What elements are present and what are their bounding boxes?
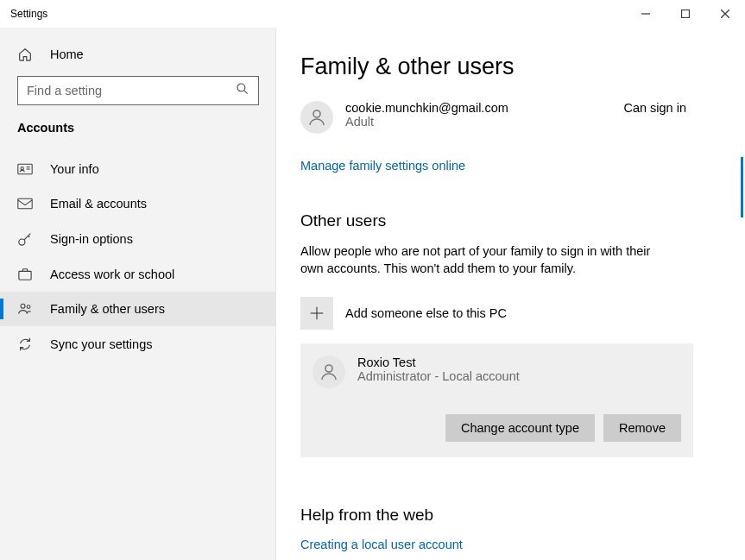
page-title: Family & other users (300, 53, 721, 80)
other-users-description: Allow people who are not part of your fa… (300, 242, 672, 278)
plus-icon (300, 297, 333, 330)
sidebar-item-label: Email & accounts (50, 197, 147, 211)
svg-rect-10 (18, 198, 32, 208)
envelope-icon (17, 198, 35, 210)
search-input[interactable] (27, 84, 236, 98)
add-user-button[interactable]: Add someone else to this PC (300, 297, 721, 330)
sync-icon (17, 337, 35, 352)
sidebar-item-label: Sign-in options (50, 232, 133, 246)
svg-point-15 (313, 110, 320, 117)
family-user-row[interactable]: cookie.munchkin@gmail.com Adult Can sign… (300, 101, 721, 134)
key-icon (17, 231, 35, 247)
home-icon (17, 47, 35, 62)
sidebar-item-sign-in-options[interactable]: Sign-in options (0, 221, 276, 257)
search-box[interactable] (17, 76, 259, 105)
scroll-indicator (741, 157, 743, 217)
other-user-name: Roxio Test (357, 356, 520, 369)
svg-point-18 (325, 365, 332, 372)
sidebar-item-family-other-users[interactable]: Family & other users (0, 292, 276, 326)
add-user-label: Add someone else to this PC (345, 306, 507, 320)
user-email: cookie.munchkin@gmail.com (345, 101, 623, 115)
home-label: Home (50, 47, 84, 61)
svg-point-4 (237, 84, 245, 91)
svg-rect-1 (682, 10, 690, 18)
svg-point-7 (21, 167, 23, 170)
titlebar: Settings (0, 0, 745, 28)
id-card-icon (17, 163, 35, 175)
svg-point-11 (19, 239, 25, 245)
sidebar-item-label: Sync your settings (50, 337, 152, 351)
other-user-row[interactable]: Roxio Test Administrator - Local account (313, 356, 681, 388)
main-content: Family & other users cookie.munchkin@gma… (276, 28, 745, 560)
help-heading: Help from the web (300, 506, 721, 525)
svg-point-14 (27, 305, 30, 309)
maximize-button[interactable] (666, 0, 705, 28)
window-title: Settings (10, 8, 626, 20)
home-nav[interactable]: Home (0, 38, 276, 71)
search-icon (236, 82, 249, 99)
sidebar-item-label: Access work or school (50, 267, 174, 281)
other-user-type: Administrator - Local account (357, 369, 520, 383)
avatar-icon (300, 101, 333, 134)
change-account-type-button[interactable]: Change account type (445, 414, 595, 442)
sidebar: Home Accounts Your info Email & accounts (0, 28, 276, 560)
sidebar-section-title: Accounts (0, 121, 276, 135)
remove-button[interactable]: Remove (603, 414, 681, 442)
manage-family-link[interactable]: Manage family settings online (300, 159, 465, 173)
minimize-button[interactable] (626, 0, 666, 28)
close-button[interactable] (705, 0, 745, 28)
avatar-icon (313, 356, 345, 388)
sidebar-item-label: Family & other users (50, 302, 165, 316)
window-controls (626, 0, 745, 28)
sidebar-item-access-work-school[interactable]: Access work or school (0, 257, 276, 292)
sidebar-item-email-accounts[interactable]: Email & accounts (0, 186, 276, 221)
sidebar-item-your-info[interactable]: Your info (0, 152, 276, 186)
svg-line-5 (244, 91, 248, 94)
sidebar-item-sync-settings[interactable]: Sync your settings (0, 326, 276, 362)
other-users-heading: Other users (300, 211, 721, 230)
sidebar-item-label: Your info (50, 162, 99, 176)
svg-rect-12 (19, 271, 31, 280)
help-link-local-account[interactable]: Creating a local user account (300, 538, 463, 551)
other-user-expanded: Roxio Test Administrator - Local account… (300, 343, 693, 457)
people-icon (17, 302, 35, 316)
svg-point-13 (21, 304, 25, 308)
user-role: Adult (345, 115, 623, 129)
user-status: Can sign in (623, 101, 686, 115)
briefcase-icon (17, 267, 35, 281)
